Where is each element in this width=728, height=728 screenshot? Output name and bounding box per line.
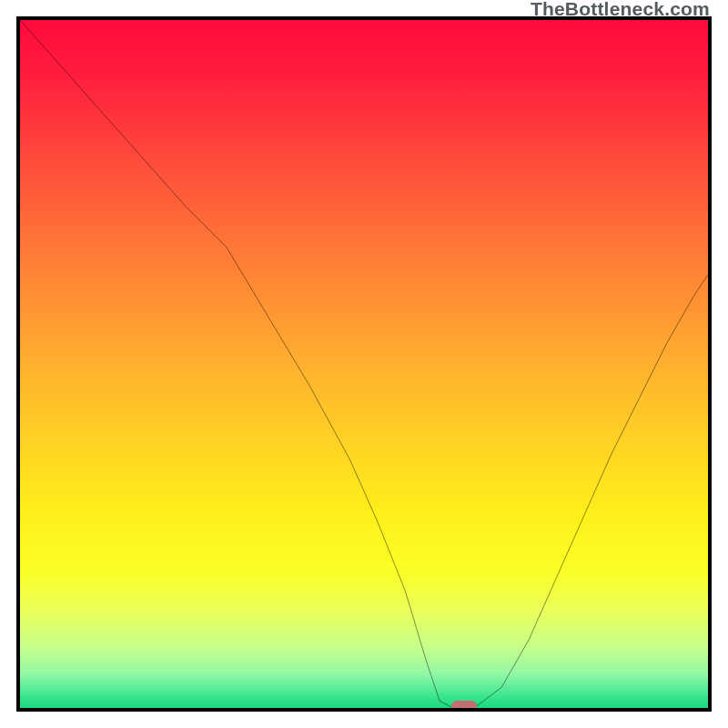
plot-area [16,16,712,712]
chart-frame: TheBottleneck.com [0,0,728,728]
bottleneck-curve [20,20,708,708]
optimal-point-marker [451,701,477,712]
